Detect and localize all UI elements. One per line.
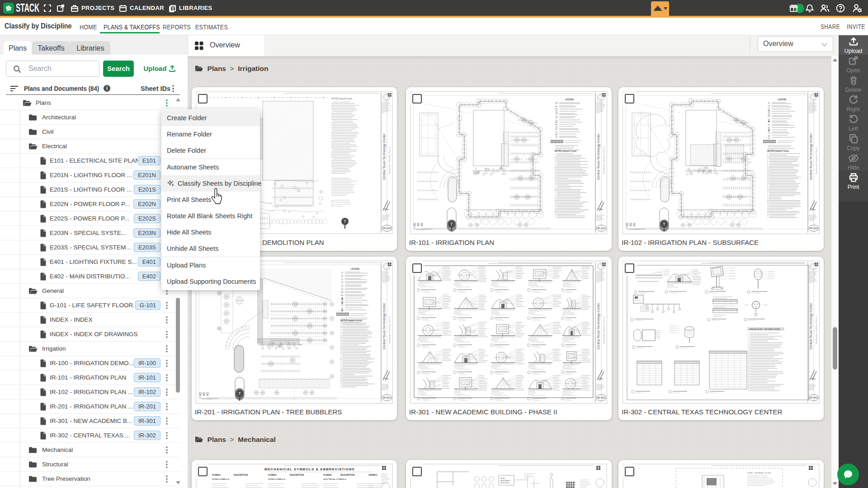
svg-text:17.: 17. xyxy=(748,358,750,360)
svg-text:SPECIAL NOTES - TWO WIRE SYSTE: SPECIAL NOTES - TWO WIRE SYSTEM xyxy=(750,328,780,330)
svg-text:NOTES (keyed # note): NOTES (keyed # note) xyxy=(340,319,362,322)
svg-text:7.: 7. xyxy=(748,342,749,343)
svg-text:Central Texas Technology Cente: Central Texas Technology Center xyxy=(597,302,600,349)
svg-text:37.: 37. xyxy=(748,390,750,392)
svg-text:New Academic Building - Phase: New Academic Building - Phase II xyxy=(388,147,391,174)
svg-text:PIPING SYMBOLS: PIPING SYMBOLS xyxy=(268,478,285,480)
svg-text:11.: 11. xyxy=(748,348,750,350)
svg-text:T: T xyxy=(344,219,346,224)
svg-text:DEMO. GENERAL NOTES: DEMO. GENERAL NOTES xyxy=(747,472,771,474)
svg-text:BUILDING: BUILDING xyxy=(500,482,509,484)
svg-text:25.: 25. xyxy=(748,371,750,372)
svg-text:Central Texas Technology Cente: Central Texas Technology Center xyxy=(382,133,386,180)
svg-text:14.: 14. xyxy=(748,353,750,355)
svg-text:NOTES (keyed # note): NOTES (keyed # note) xyxy=(767,150,789,152)
svg-text:IR-101: IR-101 xyxy=(597,227,606,230)
svg-text:16.: 16. xyxy=(748,356,750,358)
svg-text:2.: 2. xyxy=(748,334,749,336)
svg-text:New Academic Building - Phase: New Academic Building - Phase II xyxy=(815,147,817,174)
svg-text:12.: 12. xyxy=(748,350,750,352)
svg-text:8.: 8. xyxy=(748,343,749,345)
svg-text:24.: 24. xyxy=(748,369,750,371)
svg-text:Central Texas Technology Cente: Central Texas Technology Center xyxy=(382,302,386,349)
svg-text:9.: 9. xyxy=(748,345,749,347)
svg-text:19.: 19. xyxy=(748,361,750,363)
svg-text:SYMBOL: SYMBOL xyxy=(323,474,332,476)
svg-text:28.: 28. xyxy=(748,375,750,377)
svg-text:DESCRIPTION: DESCRIPTION xyxy=(234,474,248,476)
svg-text:SYMBOL: SYMBOL xyxy=(212,474,221,476)
svg-text:36.: 36. xyxy=(748,388,750,390)
svg-text:22.: 22. xyxy=(748,366,750,368)
svg-text:23.: 23. xyxy=(748,367,750,369)
svg-text:34.: 34. xyxy=(748,385,750,387)
svg-text:IR-301: IR-301 xyxy=(597,396,606,399)
svg-text:New Academic Building - Phase: New Academic Building - Phase II xyxy=(815,316,817,343)
svg-text:33.: 33. xyxy=(748,384,750,385)
svg-text:T: T xyxy=(238,391,241,396)
svg-text:DESCRIPTION: DESCRIPTION xyxy=(290,474,304,476)
svg-text:13.: 13. xyxy=(748,352,750,353)
svg-text:2.: 2. xyxy=(767,217,769,219)
svg-text:Central Texas Technology Cente: Central Texas Technology Center xyxy=(809,133,813,180)
svg-text:4.: 4. xyxy=(748,337,749,339)
svg-text:SYMBOL: SYMBOL xyxy=(268,474,277,476)
svg-text:1: 1 xyxy=(199,396,201,399)
svg-text:NOTES (keyed # note): NOTES (keyed # note) xyxy=(555,150,576,152)
svg-text:PIPING SYMBOLS: PIPING SYMBOLS xyxy=(212,478,229,480)
svg-text:LEGEND: LEGEND xyxy=(778,99,787,101)
svg-text:IR-201: IR-201 xyxy=(383,396,392,399)
svg-text:LEGEND: LEGEND xyxy=(351,268,360,270)
svg-text:27.: 27. xyxy=(748,374,750,375)
svg-text:LEGEND: LEGEND xyxy=(565,99,574,101)
svg-text:3.: 3. xyxy=(748,335,749,337)
svg-text:32.: 32. xyxy=(748,382,750,384)
svg-text:30.: 30. xyxy=(748,379,750,380)
svg-text:15.: 15. xyxy=(748,355,750,357)
svg-text:10.: 10. xyxy=(748,347,750,348)
svg-text:1: 1 xyxy=(414,226,415,229)
svg-text:IR-302: IR-302 xyxy=(810,396,818,399)
svg-text:35.: 35. xyxy=(748,387,750,389)
svg-text:2.: 2. xyxy=(555,217,556,219)
svg-text:26.: 26. xyxy=(748,372,750,374)
svg-text:21.: 21. xyxy=(748,364,750,366)
svg-text:New Academic Building - Phase: New Academic Building - Phase II xyxy=(603,147,605,174)
svg-text:ABBREV.: ABBREV. xyxy=(368,474,377,476)
svg-text:5.: 5. xyxy=(748,338,749,340)
svg-text:20.: 20. xyxy=(748,362,750,364)
svg-text:ELECTRICAL SYMBOLS: ELECTRICAL SYMBOLS xyxy=(323,478,346,480)
svg-text:New Academic Building - Phase: New Academic Building - Phase II xyxy=(388,316,391,343)
svg-text:IR-102: IR-102 xyxy=(810,227,818,230)
svg-text:Central Texas Technology Cente: Central Texas Technology Center xyxy=(809,302,813,349)
svg-text:DESCRIPTION: DESCRIPTION xyxy=(340,474,355,476)
svg-text:MECHANICAL SYMBOLS & ABBREV: MECHANICAL SYMBOLS & ABBREVIATIONS xyxy=(264,467,355,471)
svg-text:1.: 1. xyxy=(748,332,749,334)
svg-text:31.: 31. xyxy=(748,380,750,382)
svg-text:Central Texas Technology Cente: Central Texas Technology Center xyxy=(597,133,600,180)
svg-text:18.: 18. xyxy=(748,359,750,361)
svg-text:New Academic Building - Phase: New Academic Building - Phase II xyxy=(603,316,605,343)
svg-text:29.: 29. xyxy=(748,377,750,379)
svg-text:1: 1 xyxy=(626,226,627,229)
svg-text:IR-100: IR-100 xyxy=(383,227,392,230)
svg-text:T: T xyxy=(450,222,453,226)
svg-text:NOTES (keyed # note): NOTES (keyed # note) xyxy=(331,98,352,100)
svg-text:2.: 2. xyxy=(340,386,342,388)
svg-text:6.: 6. xyxy=(748,340,749,342)
svg-text:T: T xyxy=(663,222,665,226)
